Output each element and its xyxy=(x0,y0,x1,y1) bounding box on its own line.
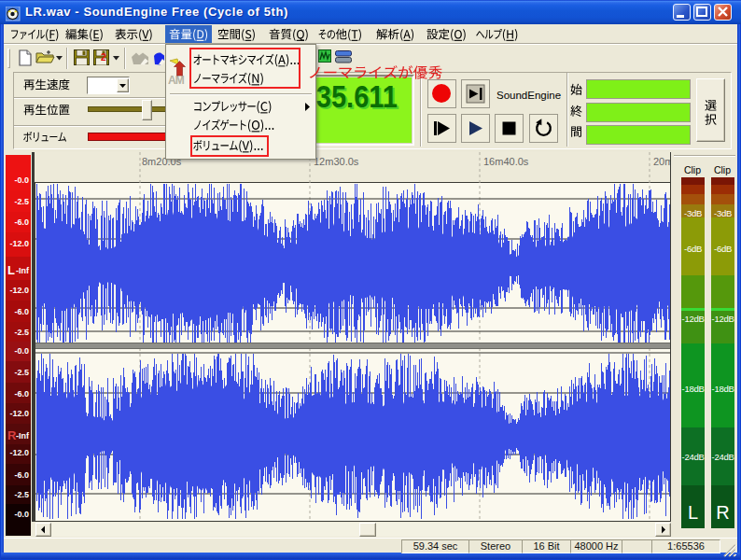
svg-text:2: 2 xyxy=(101,52,106,63)
